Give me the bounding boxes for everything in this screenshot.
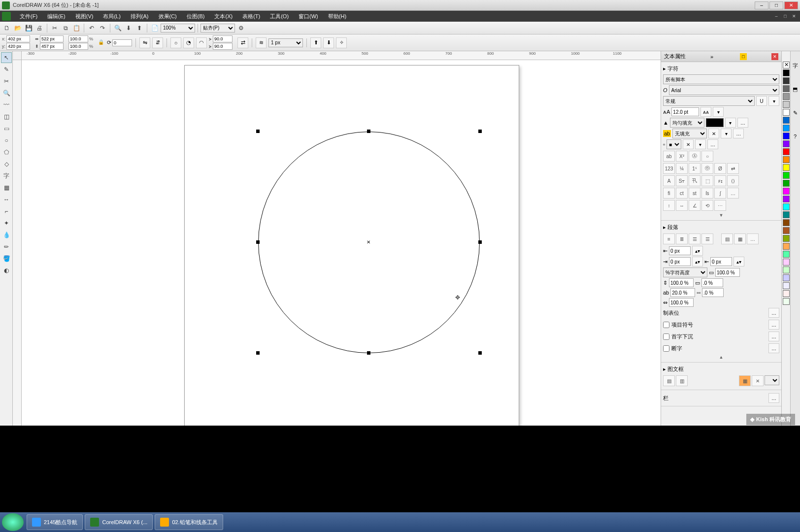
outline-dropdown-button[interactable]: ▾: [695, 139, 706, 149]
publish-pdf-button[interactable]: 📄: [150, 23, 160, 33]
selection-handle-sw[interactable]: [256, 351, 260, 355]
menu-arrange[interactable]: 排列(A): [126, 13, 154, 20]
fx-13[interactable]: fi: [663, 188, 675, 199]
fx-19[interactable]: ↕: [663, 200, 675, 211]
fx-15[interactable]: st: [689, 188, 700, 199]
ellipse-button[interactable]: ○: [170, 37, 181, 48]
export-button[interactable]: ⬆: [134, 23, 144, 33]
frame-select[interactable]: [765, 375, 779, 385]
height-input[interactable]: [40, 43, 64, 50]
fx-5[interactable]: Ø: [714, 163, 726, 174]
outline-more-button[interactable]: …: [707, 139, 718, 149]
align-force-button[interactable]: ▦: [734, 233, 746, 244]
color-swatch[interactable]: [783, 196, 790, 202]
font-style-select[interactable]: 常规: [663, 96, 755, 106]
snap-select[interactable]: 贴齐(P): [200, 24, 235, 33]
print-button[interactable]: 🖨: [34, 23, 44, 33]
color-swatch[interactable]: [783, 148, 790, 155]
eyedropper-tool[interactable]: 💧: [1, 230, 12, 240]
bg-fill-select[interactable]: 无填充: [672, 129, 707, 138]
para-expand-arrow[interactable]: ▲: [663, 354, 779, 360]
color-swatch[interactable]: [783, 290, 790, 297]
position-button[interactable]: ○: [701, 151, 713, 162]
color-swatch[interactable]: [783, 274, 790, 281]
menu-file[interactable]: 文件(F): [15, 13, 42, 20]
doc-minimize-button[interactable]: –: [772, 13, 780, 20]
x-input[interactable]: [6, 35, 30, 42]
fx-4[interactable]: ⓞ: [701, 163, 713, 174]
rotation-input[interactable]: [112, 39, 132, 46]
script-select[interactable]: 所有脚本: [663, 74, 779, 84]
fx-22[interactable]: ⟲: [701, 200, 713, 211]
save-button[interactable]: 💾: [24, 23, 33, 33]
tabs-more-button[interactable]: …: [768, 308, 779, 318]
taskbar-app-3[interactable]: 02.铅笔和线条工具: [155, 514, 223, 530]
indent-first-spinner[interactable]: ▴▾: [692, 257, 703, 266]
undo-button[interactable]: ↶: [87, 23, 97, 33]
zoom-select[interactable]: 100%: [161, 24, 195, 33]
fx-3[interactable]: 1ˢ: [689, 163, 700, 174]
fill-color-swatch[interactable]: [706, 118, 724, 127]
new-button[interactable]: 🗋: [2, 23, 12, 33]
color-swatch[interactable]: [783, 156, 790, 163]
selection-handle-nw[interactable]: [256, 130, 260, 133]
mirror-v-button[interactable]: ⇵: [152, 37, 163, 48]
cut-button[interactable]: ✂: [50, 23, 60, 33]
fx-23[interactable]: ⋯: [714, 200, 726, 211]
tab-text-properties[interactable]: 字: [791, 61, 800, 70]
maximize-button[interactable]: □: [769, 1, 783, 9]
fx-18[interactable]: …: [727, 188, 739, 199]
color-swatch[interactable]: [783, 180, 790, 187]
frame-arrow-icon[interactable]: ▸: [663, 366, 666, 372]
no-color-swatch[interactable]: ✕: [783, 62, 790, 68]
hyphen-checkbox[interactable]: [663, 345, 669, 352]
color-swatch[interactable]: [783, 227, 790, 234]
interactive-fill-tool[interactable]: ◐: [1, 265, 12, 276]
para-arrow-icon[interactable]: ▸: [663, 224, 666, 231]
menu-text[interactable]: 文本(X): [209, 13, 237, 20]
color-swatch[interactable]: [783, 211, 790, 218]
freehand-tool[interactable]: 〰: [1, 100, 12, 110]
start-button[interactable]: [2, 513, 24, 531]
close-button[interactable]: ✕: [784, 1, 798, 9]
outline-none-button[interactable]: ✕: [683, 139, 694, 149]
ruler-horizontal[interactable]: -300 -200 -100 0 100 200 300 400 500 600…: [22, 51, 661, 60]
color-swatch[interactable]: [783, 188, 790, 195]
fx-9[interactable]: 卂: [689, 175, 700, 186]
fx-21[interactable]: ∠: [689, 200, 700, 211]
spacing-after-input[interactable]: [701, 278, 723, 287]
color-swatch[interactable]: [783, 172, 790, 179]
menu-effects[interactable]: 效果(C): [154, 13, 182, 20]
pick-tool[interactable]: ↖: [1, 52, 12, 63]
ellipse-tool[interactable]: ○: [1, 135, 12, 146]
dropcap-checkbox[interactable]: [663, 333, 669, 340]
fill-tool[interactable]: 🪣: [1, 253, 12, 264]
y-input[interactable]: [6, 43, 30, 50]
color-swatch[interactable]: [783, 164, 790, 171]
docker-collapse-icon[interactable]: »: [710, 54, 713, 60]
char-spacing-input[interactable]: [670, 288, 695, 297]
color-swatch[interactable]: [783, 140, 790, 147]
char-expand-arrow[interactable]: ▼: [663, 212, 779, 218]
outline-width-select[interactable]: 1 px: [268, 38, 303, 47]
import-button[interactable]: ⬇: [124, 23, 133, 33]
indent-right-input[interactable]: [710, 257, 732, 266]
menu-help[interactable]: 帮助(H): [323, 13, 351, 20]
open-button[interactable]: 📂: [13, 23, 23, 33]
color-swatch[interactable]: [783, 243, 790, 250]
outline-tool[interactable]: ✏: [1, 241, 12, 252]
convert-curves-button[interactable]: ✧: [336, 37, 347, 48]
selection-handle-n[interactable]: [367, 130, 370, 133]
bullets-more-button[interactable]: …: [768, 320, 779, 330]
doc-restore-button[interactable]: □: [781, 13, 789, 20]
superscript-button[interactable]: X²: [676, 151, 688, 162]
fill-type-select[interactable]: 均匀填充: [670, 118, 704, 128]
tab-object-properties[interactable]: ⬒: [791, 85, 800, 94]
text-tool[interactable]: 字: [1, 170, 12, 181]
fx-8[interactable]: Sᴛ: [676, 175, 688, 186]
menu-layout[interactable]: 布局(L): [98, 13, 125, 20]
selection-handle-ne[interactable]: [478, 130, 482, 133]
width-input[interactable]: [40, 35, 64, 42]
underline-options-button[interactable]: ▾: [768, 96, 779, 106]
swap-arc-button[interactable]: ⇄: [237, 37, 248, 48]
